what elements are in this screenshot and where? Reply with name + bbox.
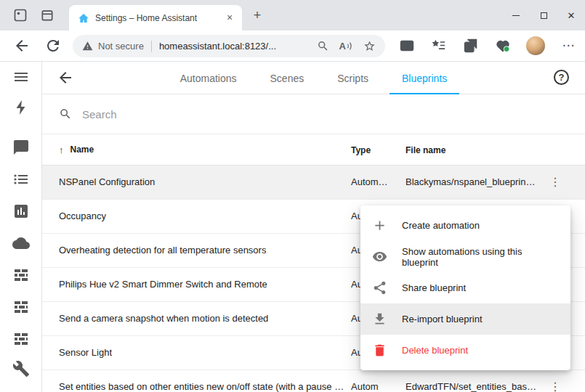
search-icon (59, 107, 72, 121)
ha-header: Automations Scenes Scripts Blueprints ? (42, 62, 585, 94)
developer-tools-icon[interactable] (12, 360, 30, 377)
menu-item-create-automation[interactable]: Create automation (360, 210, 570, 241)
tab-close-icon[interactable]: × (223, 12, 236, 25)
menu-icon[interactable] (12, 68, 30, 86)
collections-icon[interactable] (463, 38, 479, 54)
address-bar[interactable]: Not secure homeassistant.local:8123/... … (73, 35, 385, 57)
ha-back-icon[interactable] (57, 69, 74, 86)
table-row[interactable]: NSPanel Configuration Autom… Blackymas/n… (42, 166, 585, 200)
plus-icon (372, 218, 387, 233)
menu-item-show-automations[interactable]: Show automations using this blueprint (360, 241, 570, 272)
window-maximize-button[interactable] (530, 0, 557, 30)
search-input[interactable] (82, 108, 300, 121)
not-secure-warning-icon (82, 41, 93, 52)
sort-ascending-icon: ↑ (59, 144, 64, 155)
energy-icon[interactable] (12, 99, 30, 116)
history-icon[interactable] (12, 203, 30, 220)
row-overflow-menu-icon[interactable]: ⋮ (546, 378, 564, 392)
maximize-icon (541, 12, 547, 19)
table-row[interactable]: Set entities based on other entities new… (42, 370, 585, 392)
divider (151, 41, 152, 52)
ha-sidebar (0, 62, 42, 392)
ha-tab-bar: Automations Scenes Scripts Blueprints (86, 62, 541, 94)
column-header-type[interactable]: Type (351, 145, 371, 155)
column-header-name[interactable]: ↑ Name (59, 134, 94, 165)
panel-icon-2[interactable] (12, 298, 30, 316)
eye-icon (372, 249, 387, 264)
help-icon[interactable]: ? (554, 70, 569, 85)
menu-item-reimport-blueprint[interactable]: Re-import blueprint (360, 303, 570, 335)
back-icon[interactable] (13, 37, 31, 54)
minimize-icon (512, 15, 520, 16)
zoom-icon[interactable] (317, 40, 329, 52)
logbook-icon[interactable] (12, 171, 30, 188)
menu-item-delete-blueprint[interactable]: Delete blueprint (360, 335, 570, 366)
window-controls: ✕ (502, 0, 585, 30)
cloud-icon[interactable] (12, 234, 30, 252)
download-icon (372, 311, 387, 327)
tab-title: Settings – Home Assistant (95, 13, 217, 23)
favorite-star-icon[interactable] (363, 40, 376, 52)
browser-essentials-icon[interactable] (495, 38, 511, 54)
table-header: ↑ Name Type File name (42, 134, 585, 166)
favorites-icon[interactable] (430, 38, 446, 54)
browser-menu-icon[interactable]: ⋯ (560, 38, 576, 54)
new-tab-button[interactable]: + (249, 7, 266, 25)
share-icon (372, 280, 387, 295)
workspaces-icon[interactable] (13, 8, 28, 23)
home-assistant-logo-icon (78, 12, 89, 24)
split-screen-icon[interactable] (399, 38, 415, 54)
security-label: Not secure (98, 41, 144, 52)
trash-icon (372, 343, 387, 358)
panel-icon-1[interactable] (12, 266, 30, 284)
tab-blueprints[interactable]: Blueprints (385, 62, 464, 94)
tab-scenes[interactable]: Scenes (254, 62, 321, 94)
panel-icon-3[interactable] (12, 330, 30, 348)
browser-tab[interactable]: Settings – Home Assistant × (69, 5, 242, 30)
column-header-file-name[interactable]: File name (406, 145, 445, 155)
tab-automations[interactable]: Automations (164, 62, 254, 94)
url-text: homeassistant.local:8123/... (159, 41, 305, 52)
refresh-icon[interactable] (44, 37, 62, 54)
tab-scripts[interactable]: Scripts (320, 62, 385, 94)
profile-avatar[interactable] (526, 36, 545, 55)
chat-icon[interactable] (12, 139, 30, 156)
window-close-button[interactable]: ✕ (557, 0, 585, 30)
search-row (42, 94, 585, 134)
tab-actions-icon[interactable] (40, 8, 55, 23)
blueprint-context-menu: Create automation Show automations using… (360, 205, 570, 370)
read-aloud-icon[interactable]: A (339, 41, 352, 52)
browser-titlebar: Settings – Home Assistant × + ✕ (0, 0, 585, 30)
menu-item-share-blueprint[interactable]: Share blueprint (360, 272, 570, 303)
browser-toolbar: Not secure homeassistant.local:8123/... … (0, 30, 585, 62)
row-overflow-menu-icon[interactable]: ⋮ (546, 173, 564, 191)
window-minimize-button[interactable] (502, 0, 530, 30)
